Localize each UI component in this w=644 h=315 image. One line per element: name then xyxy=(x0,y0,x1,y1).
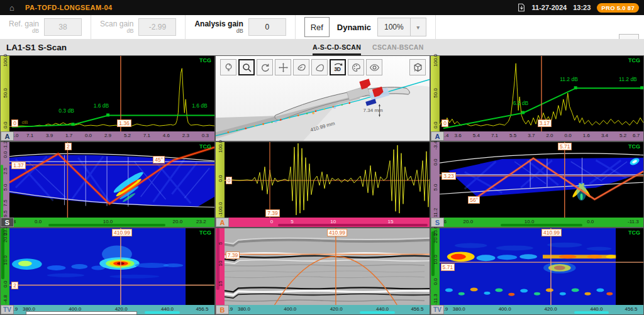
ruler-tick-label: 400.0 xyxy=(499,306,511,312)
ruler-tick-label: 0.0 xyxy=(218,175,223,182)
zoom-icon[interactable] xyxy=(238,59,255,75)
3d-rotate-icon[interactable]: 3D xyxy=(330,59,346,75)
tcg-label: TCG xyxy=(628,229,640,236)
x-cursor-readout: 410.99 xyxy=(112,229,132,236)
ruler-tick-label: 1.7 xyxy=(65,133,72,138)
panel-sscan-left: -1.20.02.55.07.59.5 xyxy=(0,141,215,228)
index-ruler[interactable]: 23.220.010.00.0-4.8 xyxy=(1,228,9,305)
amplitude-ruler[interactable]: 100.050.00.0 xyxy=(431,56,440,131)
angle-readout: 56° xyxy=(468,196,480,204)
ruler-tick-label: 10.0 xyxy=(525,219,535,224)
ruler-tick-label: 380.0 xyxy=(238,306,250,312)
ruler-tick-label: 5.0 xyxy=(3,184,8,191)
index-ruler[interactable]: 25.620.010.00.0-11.3 xyxy=(431,228,440,305)
ascan2-axis-ruler[interactable]: 1.43.65.47.15.53.72.00.01.63.45.26.7 xyxy=(440,131,643,141)
ruler-tick-label: 4.6 xyxy=(163,133,170,138)
panel-3d-view[interactable]: 3D 410.99 mm 7.34 mm xyxy=(215,55,430,141)
home-icon[interactable]: ⌂ xyxy=(4,2,20,13)
title-bar: ⌂ PA-TOFD-LONGSEAM-04 11-27-2024 13:23 P… xyxy=(0,0,644,15)
view-letter-A[interactable]: A xyxy=(1,131,14,141)
depth-ruler[interactable]: -1.20.02.55.07.59.5 xyxy=(1,142,9,218)
rf-amplitude-ruler[interactable]: 100.00.0-100.0 xyxy=(216,142,225,218)
tcg-label: TCG xyxy=(628,57,640,64)
ruler-tick-label: 20.0 xyxy=(3,233,8,243)
dynamic-dropdown[interactable]: 100% ▾ xyxy=(377,18,426,36)
ruler-tick-label: 100.0 xyxy=(3,54,8,67)
depth-ruler[interactable]: -3.40.05.011.2 xyxy=(431,142,440,218)
palette-icon[interactable] xyxy=(348,59,364,75)
report-icon[interactable] xyxy=(517,3,526,12)
view-letter-A[interactable]: A xyxy=(216,218,229,227)
tofd-depth-ruler[interactable]: 51015 xyxy=(216,228,225,305)
ruler-tick-label: 11.2 xyxy=(433,207,438,217)
tcg-label: TCG xyxy=(199,57,211,64)
ruler-tick-label: 7.1 xyxy=(143,133,150,138)
ascan2-plot[interactable]: TCG 6.2 dB 11.2 dB 11.2 dB 0 3.17 xyxy=(440,56,643,131)
tcg-point-label: 1.6 dB xyxy=(94,102,109,109)
isometric-view-icon[interactable] xyxy=(409,59,426,75)
view-letter-A[interactable]: A xyxy=(431,131,444,141)
sscan1-plot[interactable]: TCG 2 1.37 45° xyxy=(9,142,214,218)
view-letter-S[interactable]: S xyxy=(431,218,444,227)
tab-cscan-bscan[interactable]: CSCAN-BSCAN xyxy=(372,39,423,55)
h-scrollbar[interactable] xyxy=(278,224,428,226)
ruler-tick-label: 2.0 xyxy=(546,133,553,138)
light-icon[interactable] xyxy=(220,59,236,75)
view-letter-S[interactable]: S xyxy=(1,218,14,227)
view-letter-TV[interactable]: TV xyxy=(431,305,444,314)
ruler-tick-label: 456.5 xyxy=(411,306,423,312)
ruler-tick-label: 50.0 xyxy=(433,88,438,98)
tofd-scan-ruler[interactable]: 364.9380.0400.0420.0440.0456.5 xyxy=(225,305,430,314)
ref-gain-value[interactable]: 38 xyxy=(44,18,82,36)
cscan2-plot[interactable]: TCG 410.99 5.71 xyxy=(440,228,643,305)
ruler-tick-label: 0.0 xyxy=(565,133,572,138)
sscan1-scan-ruler[interactable]: -4.80.010.020.023.2 xyxy=(9,218,214,227)
ref-button[interactable]: Ref xyxy=(304,17,330,37)
tab-ascd-scan[interactable]: A-S-C-D-SCAN xyxy=(313,39,361,55)
y-cursor-readout: 2 xyxy=(11,282,18,289)
cscan1-plot[interactable]: TCG 410.99 2 xyxy=(9,228,214,305)
ruler-tick-label: 0.0 xyxy=(433,279,438,285)
ruler-tick-label: -11.3 xyxy=(433,294,438,306)
cscan2-scan-ruler[interactable]: 364.9380.0400.0420.0440.0456.5 xyxy=(440,305,643,314)
sscan2-plot[interactable]: TCG 5.71 3.23 56° xyxy=(440,142,643,218)
scroll-track[interactable] xyxy=(26,311,137,314)
tofd-bscan-plot[interactable]: 410.99 7.39 xyxy=(225,228,430,305)
wedge-outline-icon[interactable] xyxy=(293,59,309,75)
tofd-ascan-plot[interactable]: 0 7.39 xyxy=(225,142,430,218)
amplitude-ruler[interactable]: 100.050.00.0 xyxy=(1,56,9,131)
ascan1-axis-ruler[interactable]: 3.07.13.91.70.02.95.27.14.62.30.3 xyxy=(9,131,214,141)
wedge-icon[interactable] xyxy=(311,59,328,75)
pan-icon[interactable] xyxy=(275,59,291,75)
x-cursor-readout: 7.39 xyxy=(265,209,280,217)
rotate-reset-icon[interactable] xyxy=(257,59,273,75)
dynamic-value: 100% xyxy=(378,18,411,36)
y-cursor-readout: 0 xyxy=(226,177,233,184)
ruler-tick-label: 456.5 xyxy=(196,306,208,312)
ruler-tick-label: 10.0 xyxy=(103,219,113,224)
ruler-tick-label: 5 xyxy=(291,219,293,224)
scan-gain-label: Scan gain xyxy=(100,20,133,28)
3d-toolbar: 3D xyxy=(220,59,382,75)
ruler-tick-label: 440.0 xyxy=(376,306,389,312)
panel-cscan-left: 23.220.010.00.0-4.8 xyxy=(0,228,215,315)
time-label: 13:23 xyxy=(573,4,591,11)
view-letter-TV[interactable]: TV xyxy=(1,305,14,314)
tofd-time-ruler[interactable]: 051015 xyxy=(225,218,430,227)
h-scrollbar[interactable] xyxy=(501,224,582,226)
visibility-icon[interactable] xyxy=(366,59,382,75)
x-cursor-readout: 410.99 xyxy=(541,229,562,236)
ruler-tick-label: -3.4 xyxy=(433,141,438,150)
sscan2-scan-ruler[interactable]: 25.620.010.00.0-11.3 xyxy=(440,218,643,227)
scan-gain-value[interactable]: -2.99 xyxy=(138,18,176,36)
analysis-gain-value[interactable]: 0 xyxy=(248,18,286,36)
panel-sscan-right: -3.40.05.011.2 xyxy=(430,141,644,228)
ruler-tick-label: 20.0 xyxy=(173,219,183,224)
analysis-gain-group: Analysis gaindB 0 xyxy=(186,15,295,39)
view-letter-B[interactable]: B xyxy=(216,305,229,314)
ascan1-plot[interactable]: TCG 0.3 dB 1.6 dB 1.6 dB 0 dB 1.36 xyxy=(9,56,214,131)
analysis-gain-label: Analysis gain xyxy=(194,20,243,28)
ruler-tick-label: 100.0 xyxy=(433,54,438,67)
ruler-tick-label: 5.4 xyxy=(473,133,480,138)
version-badge: PRO 5.0 87 xyxy=(597,3,639,13)
